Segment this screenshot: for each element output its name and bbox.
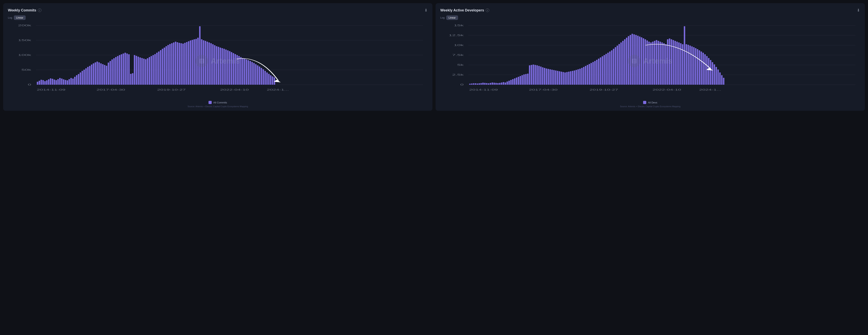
svg-rect-119 — [240, 57, 242, 85]
panel-header-devs: Weekly Active Developers i ⬇ — [440, 8, 860, 12]
svg-rect-250 — [641, 37, 642, 85]
svg-rect-221 — [587, 65, 588, 85]
svg-rect-94 — [193, 39, 195, 85]
svg-rect-162 — [476, 84, 478, 85]
svg-rect-127 — [255, 64, 256, 85]
svg-rect-22 — [59, 78, 61, 85]
svg-rect-24 — [63, 79, 64, 85]
svg-rect-176 — [503, 82, 504, 85]
svg-rect-237 — [617, 45, 618, 85]
svg-rect-10 — [37, 82, 38, 85]
chart-area-devs: 15k 12.5k 10k 7.5k 5k 2.5k 0 — [440, 24, 860, 98]
svg-rect-291 — [717, 69, 719, 85]
svg-rect-113 — [229, 51, 230, 85]
svg-rect-97 — [199, 26, 200, 85]
svg-rect-118 — [238, 56, 240, 85]
download-icon-devs[interactable]: ⬇ — [857, 8, 860, 12]
svg-rect-211 — [568, 72, 569, 85]
svg-rect-47 — [106, 66, 107, 85]
download-icon-commits[interactable]: ⬇ — [424, 8, 428, 12]
linear-btn-devs[interactable]: Linear — [446, 16, 458, 20]
svg-rect-203 — [553, 70, 555, 85]
svg-rect-104 — [212, 44, 214, 85]
svg-rect-246 — [633, 34, 635, 85]
svg-rect-43 — [98, 62, 100, 85]
svg-rect-239 — [620, 42, 622, 85]
svg-rect-69 — [147, 58, 148, 85]
svg-rect-193 — [535, 65, 536, 85]
svg-rect-249 — [639, 36, 640, 85]
svg-rect-294 — [723, 78, 724, 85]
svg-rect-13 — [42, 80, 44, 85]
svg-rect-16 — [48, 79, 49, 85]
svg-text:0: 0 — [28, 83, 31, 86]
legend-label-commits: All Commits — [213, 101, 227, 104]
svg-rect-59 — [128, 54, 130, 85]
svg-rect-223 — [590, 63, 592, 85]
svg-text:150k: 150k — [18, 39, 31, 41]
svg-rect-197 — [542, 67, 543, 85]
svg-rect-256 — [652, 42, 653, 85]
weekly-commits-title: Weekly Commits — [8, 8, 36, 12]
svg-rect-228 — [600, 57, 601, 85]
svg-text:2014-11-09: 2014-11-09 — [37, 88, 65, 91]
svg-rect-209 — [564, 72, 566, 85]
chart-source-commits: Source: Artemis + Electric Capital Crypt… — [8, 105, 428, 108]
svg-rect-19 — [54, 80, 55, 85]
svg-rect-64 — [137, 57, 139, 85]
svg-rect-55 — [121, 54, 122, 85]
svg-rect-183 — [516, 78, 517, 85]
svg-rect-99 — [203, 40, 204, 85]
svg-rect-65 — [140, 57, 141, 85]
svg-rect-253 — [647, 40, 648, 85]
svg-rect-101 — [207, 42, 208, 85]
svg-rect-252 — [645, 39, 646, 85]
svg-text:7.5k: 7.5k — [452, 54, 464, 56]
svg-rect-73 — [154, 54, 156, 85]
svg-rect-82 — [171, 43, 173, 85]
svg-rect-219 — [583, 67, 585, 85]
svg-rect-41 — [95, 62, 96, 85]
chart-area-commits: 200k 150k 100k 50k 0 — [8, 24, 428, 98]
svg-rect-210 — [566, 72, 567, 85]
linear-btn-commits[interactable]: Linear — [14, 16, 26, 20]
svg-rect-164 — [480, 83, 482, 85]
svg-rect-227 — [598, 59, 599, 85]
svg-rect-280 — [697, 49, 698, 85]
info-icon-devs[interactable]: i — [486, 8, 489, 12]
svg-rect-182 — [514, 79, 516, 85]
svg-rect-131 — [262, 69, 264, 85]
svg-rect-217 — [579, 69, 581, 85]
weekly-devs-panel: Weekly Active Developers i ⬇ Log Linear … — [436, 3, 865, 111]
svg-rect-72 — [153, 55, 154, 85]
svg-text:12.5k: 12.5k — [449, 34, 464, 36]
svg-rect-63 — [136, 56, 137, 85]
legend-commits: All Commits — [8, 101, 428, 104]
svg-rect-32 — [78, 74, 79, 85]
svg-rect-245 — [631, 34, 633, 85]
svg-rect-286 — [708, 58, 709, 85]
svg-rect-91 — [188, 41, 189, 85]
svg-rect-288 — [712, 62, 713, 85]
svg-rect-236 — [615, 47, 616, 85]
svg-rect-120 — [242, 58, 243, 85]
svg-rect-38 — [89, 66, 90, 85]
svg-rect-122 — [246, 59, 247, 85]
svg-rect-56 — [123, 54, 124, 85]
svg-rect-108 — [220, 48, 221, 85]
svg-rect-45 — [102, 64, 103, 85]
svg-text:2014-11-09: 2014-11-09 — [469, 88, 498, 91]
svg-text:2024-1...: 2024-1... — [699, 88, 721, 91]
svg-rect-194 — [536, 65, 538, 85]
svg-rect-173 — [497, 83, 498, 85]
svg-rect-130 — [261, 68, 262, 85]
svg-text:50k: 50k — [22, 68, 31, 71]
svg-rect-84 — [175, 42, 176, 85]
svg-rect-106 — [216, 46, 217, 85]
svg-rect-264 — [667, 39, 669, 85]
panel-title-devs: Weekly Active Developers i — [440, 8, 489, 12]
svg-rect-185 — [520, 76, 521, 85]
svg-rect-23 — [61, 79, 63, 85]
svg-rect-25 — [65, 80, 66, 85]
info-icon-commits[interactable]: i — [38, 8, 41, 12]
